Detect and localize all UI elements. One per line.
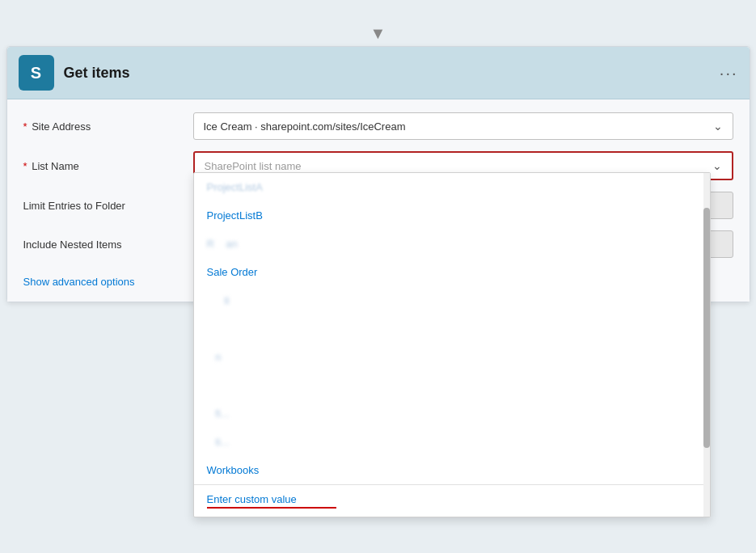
list-name-placeholder: SharePoint list name xyxy=(205,160,302,172)
list-item[interactable]: Workbooks xyxy=(194,456,710,484)
scrollbar-track[interactable] xyxy=(703,173,710,517)
list-name-chevron-icon: ⌄ xyxy=(712,159,722,172)
sharepoint-icon: S xyxy=(19,55,54,91)
list-item[interactable]: Sale Order xyxy=(194,258,710,286)
card-header: S Get items ··· xyxy=(7,47,750,99)
list-item[interactable]: ProjectListB xyxy=(194,201,710,230)
show-advanced-link[interactable]: Show advanced options xyxy=(23,276,135,288)
list-item[interactable] xyxy=(194,371,710,399)
dropdown-list: ProjectListA ProjectListB R an Sale Orde… xyxy=(194,173,710,517)
connector-arrow: ▼ xyxy=(6,24,750,43)
site-address-dropdown[interactable]: Ice Cream · sharepoint.com/sites/IceCrea… xyxy=(193,112,733,140)
list-item[interactable]: R an xyxy=(194,230,710,258)
site-address-row: * Site Address Ice Cream · sharepoint.co… xyxy=(23,112,733,140)
red-underline xyxy=(207,507,336,509)
site-address-chevron-icon: ⌄ xyxy=(713,120,723,133)
list-item[interactable]: ti... xyxy=(194,428,710,456)
scrollbar-thumb[interactable] xyxy=(703,208,710,449)
limit-entries-label: Limit Entries to Folder xyxy=(23,200,193,212)
list-name-required: * xyxy=(23,160,27,172)
site-address-label: * Site Address xyxy=(23,120,193,133)
site-address-required: * xyxy=(23,120,27,133)
list-item[interactable] xyxy=(194,314,710,343)
enter-custom-value-item[interactable]: Enter custom value xyxy=(194,484,710,517)
card-title: Get items xyxy=(64,65,720,82)
list-item[interactable]: ti xyxy=(194,286,710,314)
list-name-dropdown-overlay: ProjectListA ProjectListB R an Sale Orde… xyxy=(193,172,711,517)
list-item[interactable]: fi... xyxy=(194,399,710,428)
list-item[interactable]: n xyxy=(194,343,710,371)
list-item[interactable]: ProjectListA xyxy=(194,173,710,201)
get-items-card: S Get items ··· * Site Address Ice Cream… xyxy=(6,46,750,302)
site-address-control: Ice Cream · sharepoint.com/sites/IceCrea… xyxy=(193,112,733,140)
include-nested-label: Include Nested Items xyxy=(23,239,193,251)
list-name-label: * List Name xyxy=(23,160,193,172)
site-address-value: Ice Cream · sharepoint.com/sites/IceCrea… xyxy=(204,120,406,133)
card-menu-button[interactable]: ··· xyxy=(720,64,738,82)
